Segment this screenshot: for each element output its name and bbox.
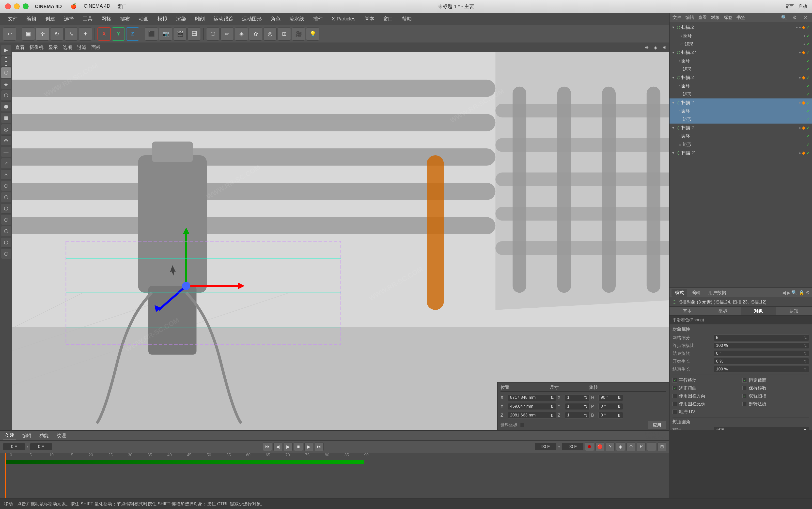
window-controls[interactable]	[5, 3, 29, 9]
menu-edit[interactable]: 编辑	[23, 14, 40, 24]
props-icon-settings[interactable]: ⚙	[806, 290, 810, 296]
left-icon-mode6[interactable]: ⬢	[1, 101, 11, 112]
check-icon[interactable]: ✓	[806, 133, 810, 139]
viewport-canvas[interactable]: 透视视图	[12, 52, 669, 430]
const-checkbox[interactable]: ✓	[742, 378, 747, 382]
stop-button[interactable]: ■	[294, 442, 303, 451]
menu-tools[interactable]: 工具	[79, 14, 97, 24]
railscale-checkbox[interactable]	[672, 402, 677, 406]
props-icon-lock[interactable]: 🔒	[799, 290, 805, 296]
tag-icon[interactable]: ◆	[802, 75, 805, 80]
scale-button[interactable]: ⤡	[65, 27, 78, 41]
p-stepper[interactable]: ⇅	[617, 404, 621, 409]
props-subtab-coords[interactable]: 坐标	[705, 307, 741, 315]
render-icon[interactable]: ●	[799, 25, 801, 29]
menu-xparticles[interactable]: X-Particles	[328, 14, 359, 23]
menu-animate[interactable]: 动画	[135, 14, 152, 24]
b-stepper[interactable]: ⇅	[617, 413, 621, 418]
check-icon[interactable]: ✓	[806, 66, 810, 72]
check-icon[interactable]: ✓	[806, 50, 810, 55]
check-icon[interactable]: ✓	[806, 58, 810, 64]
mac-menu-app[interactable]: CINEMA 4D	[84, 3, 110, 10]
tree-item-sweep2[interactable]: ▼ ⬡ 扫描.2 ● ● ◆ ✓	[670, 23, 812, 32]
camera-button[interactable]: 📷	[159, 27, 172, 41]
x-pos-value[interactable]: 8717.848 mm⇅	[508, 394, 556, 401]
tree-item-sweep2d[interactable]: ▼ ⬡ 扫描.2 ● ◆ ✓	[670, 124, 812, 132]
props-subtab-cap[interactable]: 封顶	[776, 307, 812, 315]
left-icon-mode14[interactable]: ⬡	[1, 192, 11, 202]
p-value[interactable]: 0 °⇅	[598, 403, 623, 410]
viewport-icon-move[interactable]: ⊕	[645, 44, 649, 50]
move-button[interactable]: ✛	[36, 27, 49, 41]
left-icon-mode4[interactable]: ◈	[1, 79, 11, 89]
bp-tab-create[interactable]: 创建	[3, 431, 16, 440]
play-button[interactable]: ▶	[284, 442, 292, 451]
left-icon-mode3[interactable]: ⬡	[1, 67, 11, 78]
maximize-button[interactable]	[23, 3, 29, 9]
h-stepper[interactable]: ⇅	[617, 395, 621, 400]
tree-item-circle3[interactable]: ○ 圆环 ✓	[670, 82, 812, 90]
prev-frame-button[interactable]: ◀	[273, 442, 282, 451]
cube-button[interactable]: ⬛	[145, 27, 158, 41]
objmgr-menu-view[interactable]: 查看	[698, 14, 707, 21]
tree-item-rect4[interactable]: ▭ 矩形 ✓	[670, 115, 812, 124]
check-icon[interactable]: ✓	[806, 25, 810, 30]
axis-x-button[interactable]: X	[98, 27, 111, 41]
rotate-button[interactable]: ↻	[50, 27, 64, 41]
tag-icon[interactable]: ◆	[802, 150, 805, 156]
tree-item-rect1[interactable]: ▭ 矩形 ● ✓	[670, 40, 812, 48]
movie-button[interactable]: 🎞	[187, 27, 201, 41]
endscale-value[interactable]: 100 % ⇅	[714, 342, 809, 349]
correct-checkbox[interactable]: ✓	[672, 386, 677, 391]
check-icon[interactable]: ✓	[806, 83, 810, 89]
objmgr-menu-file[interactable]: 文件	[672, 14, 681, 21]
menu-character[interactable]: 角色	[267, 14, 284, 24]
startgrow-stepper[interactable]: ⇅	[804, 359, 807, 363]
obj3-button[interactable]: ◈	[235, 27, 248, 41]
check-icon[interactable]: ✓	[806, 117, 810, 122]
menu-simulate[interactable]: 模拟	[153, 14, 171, 24]
auto-key-button[interactable]: 🔴	[596, 442, 604, 451]
main-viewport[interactable]: 查看 摄像机 显示 选项 过滤 面板 ⊕ ◈ ⊞ 透视视图	[12, 43, 669, 430]
z-pos-value[interactable]: 2081.663 mm⇅	[508, 412, 556, 419]
tree-item-sweep2c[interactable]: ▼ ⬡ 扫描.2 ● ◆ ✓	[670, 98, 812, 107]
undo-button[interactable]: ↩	[3, 27, 16, 41]
obj6-button[interactable]: ⊞	[278, 27, 291, 41]
left-icon-mode8[interactable]: ◎	[1, 124, 11, 134]
tag-icon[interactable]: ◆	[802, 100, 805, 105]
left-icon-mode9[interactable]: ⊕	[1, 135, 11, 146]
menu-create[interactable]: 创建	[41, 14, 59, 24]
y-pos-stepper[interactable]: ⇅	[551, 404, 554, 409]
visibility-icon[interactable]: ●	[799, 126, 801, 130]
z-pos-stepper[interactable]: ⇅	[551, 413, 554, 418]
panel-button[interactable]: ⊞	[658, 442, 666, 451]
visibility-icon[interactable]: ●	[799, 75, 801, 79]
obj5-button[interactable]: ◎	[263, 27, 277, 41]
menu-pipeline[interactable]: 流水线	[285, 14, 308, 24]
playback-settings-button[interactable]: P	[637, 442, 646, 451]
left-icon-mode10[interactable]: —	[1, 147, 11, 157]
check-icon[interactable]: ✓	[806, 92, 810, 97]
check-icon[interactable]: ✓	[806, 150, 810, 156]
keepsegs-checkbox[interactable]	[742, 386, 747, 391]
x-size-stepper[interactable]: ⇅	[584, 395, 587, 400]
b-value[interactable]: 0 °⇅	[598, 412, 623, 419]
tree-item-circle1[interactable]: ○ 圆环 ● ✓	[670, 32, 812, 40]
check-icon[interactable]: ✓	[806, 75, 810, 80]
objmgr-close-button[interactable]: ✕	[802, 14, 809, 21]
visibility-icon[interactable]: ●	[799, 151, 801, 155]
left-icon-mode16[interactable]: ⬡	[1, 215, 11, 225]
tag-icon[interactable]: ◆	[802, 50, 805, 55]
tree-item-sweep21[interactable]: ▼ ⬡ 扫描.21 ● ◆ ✓	[670, 149, 812, 157]
flipnorm-checkbox[interactable]	[742, 402, 747, 406]
current-frame-display[interactable]: 0 F	[3, 443, 25, 450]
mac-menu-bar[interactable]: 🍎 CINEMA 4D 窗口	[71, 3, 127, 10]
endgrow-stepper[interactable]: ⇅	[804, 367, 807, 371]
obj2-button[interactable]: ✏	[220, 27, 234, 41]
props-tab-mode[interactable]: 模式	[671, 289, 687, 297]
menu-file[interactable]: 文件	[4, 14, 22, 24]
check-icon[interactable]: ✓	[806, 41, 810, 47]
menu-script[interactable]: 脚本	[360, 14, 378, 24]
check-icon[interactable]: ✓	[806, 108, 810, 114]
left-icon-mode19[interactable]: ⬡	[1, 248, 11, 259]
